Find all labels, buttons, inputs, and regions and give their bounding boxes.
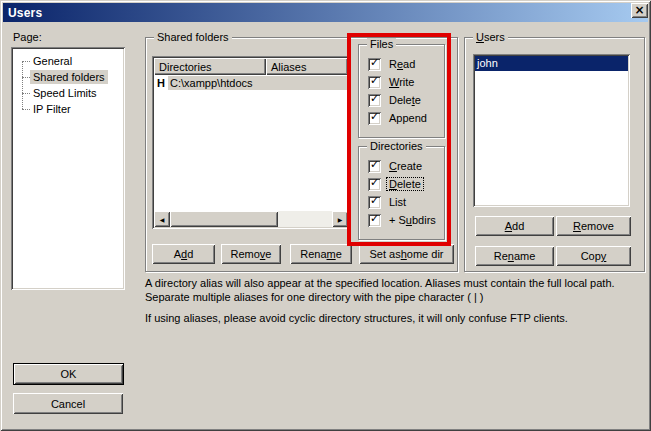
user-list-item-john[interactable]: john: [475, 56, 628, 71]
checkbox-box[interactable]: ✓: [368, 214, 381, 227]
title-bar: Users: [3, 3, 648, 22]
alias-description-line2: If using aliases, please avoid cyclic di…: [145, 311, 650, 325]
sidebar-item-label: IP Filter: [30, 102, 74, 116]
users-dialog: Users × Page: General Shared folders Spe…: [0, 0, 651, 431]
rename-user-button[interactable]: Rename: [475, 246, 554, 266]
checkbox-label: Create: [387, 160, 424, 172]
window-title: Users: [8, 6, 42, 20]
ok-button[interactable]: OK: [13, 363, 124, 385]
checkbox-delete-dir[interactable]: ✓ Delete: [368, 177, 423, 191]
sidebar-item-label: Speed Limits: [30, 86, 100, 100]
checkmark-icon: ✓: [370, 212, 379, 226]
scrollbar-track[interactable]: [278, 211, 332, 227]
tree-connector: [22, 61, 30, 62]
directories-listview: Directories Aliases H C:\xampp\htdocs ◀ …: [152, 56, 350, 229]
checkbox-label: Read: [387, 58, 417, 70]
checkbox-label: + Subdirs: [387, 214, 438, 226]
add-user-button[interactable]: Add: [475, 216, 554, 236]
scroll-left-button[interactable]: ◀: [154, 211, 170, 227]
users-group: Users john Add Remove Rename Copy: [464, 37, 645, 272]
scroll-left-icon: ◀: [160, 216, 165, 223]
tree-connector: [22, 77, 30, 78]
checkmark-icon: ✓: [370, 194, 379, 208]
cancel-button[interactable]: Cancel: [13, 393, 123, 414]
remove-folder-button[interactable]: Remove: [221, 244, 281, 264]
column-header-label: Aliases: [271, 61, 306, 73]
checkbox-box[interactable]: ✓: [368, 178, 381, 191]
scroll-right-icon: ▶: [338, 216, 343, 223]
add-folder-button[interactable]: Add: [152, 244, 215, 264]
checkbox-append[interactable]: ✓ Append: [368, 111, 429, 125]
checkbox-label: Write: [387, 76, 416, 88]
set-as-home-dir-button[interactable]: Set as home dir: [359, 244, 454, 264]
shared-folders-group-label: Shared folders: [154, 31, 232, 44]
page-tree: General Shared folders Speed Limits IP F…: [15, 53, 121, 117]
horizontal-scrollbar[interactable]: ◀ ▶: [154, 211, 348, 227]
column-header-aliases[interactable]: Aliases: [266, 58, 348, 75]
directories-permissions-group: Directories ✓ Create ✓ Delete ✓ List ✓ +…: [358, 146, 445, 240]
column-header-directories[interactable]: Directories: [154, 58, 266, 75]
checkbox-label: List: [387, 196, 408, 208]
alias-description-line1: A directory alias will also appear at th…: [145, 276, 650, 304]
tree-connector: [22, 109, 30, 110]
directory-row[interactable]: H C:\xampp\htdocs: [154, 75, 348, 90]
copy-user-button[interactable]: Copy: [556, 246, 631, 266]
checkbox-label: Delete: [387, 94, 423, 106]
checkbox-label: Append: [387, 112, 429, 124]
sidebar-item-speed-limits[interactable]: Speed Limits: [15, 85, 121, 101]
checkbox-label: Delete: [387, 178, 423, 190]
remove-user-button[interactable]: Remove: [556, 216, 631, 236]
checkbox-subdirs[interactable]: ✓ + Subdirs: [368, 213, 438, 227]
users-group-label: Users: [473, 31, 508, 44]
page-panel-label: Page:: [13, 31, 42, 43]
user-name: john: [477, 57, 498, 69]
checkbox-box[interactable]: ✓: [368, 94, 381, 107]
directories-group-label: Directories: [367, 140, 426, 153]
checkbox-box[interactable]: ✓: [368, 196, 381, 209]
checkmark-icon: ✓: [370, 56, 379, 70]
users-list: john: [473, 54, 630, 207]
tree-connector: [22, 93, 30, 94]
checkbox-box[interactable]: ✓: [368, 112, 381, 125]
page-list: General Shared folders Speed Limits IP F…: [11, 47, 125, 290]
sidebar-item-general[interactable]: General: [15, 53, 121, 69]
listview-header: Directories Aliases: [154, 58, 348, 75]
checkbox-read[interactable]: ✓ Read: [368, 57, 417, 71]
checkbox-box[interactable]: ✓: [368, 160, 381, 173]
checkbox-write[interactable]: ✓ Write: [368, 75, 416, 89]
checkmark-icon: ✓: [370, 158, 379, 172]
close-icon: ×: [634, 4, 644, 16]
column-header-label: Directories: [159, 61, 212, 73]
alias-description: A directory alias will also appear at th…: [145, 276, 650, 325]
sidebar-item-shared-folders[interactable]: Shared folders: [15, 69, 121, 85]
rename-folder-button[interactable]: Rename: [290, 244, 352, 264]
checkmark-icon: ✓: [370, 92, 379, 106]
checkbox-box[interactable]: ✓: [368, 58, 381, 71]
files-permissions-group: Files ✓ Read ✓ Write ✓ Delete ✓ Append: [358, 44, 445, 138]
sidebar-item-label: Shared folders: [30, 70, 108, 84]
close-button[interactable]: ×: [631, 3, 648, 18]
checkbox-list[interactable]: ✓ List: [368, 195, 408, 209]
files-group-label: Files: [367, 38, 396, 51]
checkmark-icon: ✓: [370, 74, 379, 88]
sidebar-item-ip-filter[interactable]: IP Filter: [15, 101, 121, 117]
sidebar-item-label: General: [30, 54, 75, 68]
checkbox-create[interactable]: ✓ Create: [368, 159, 424, 173]
scrollbar-thumb[interactable]: [170, 211, 278, 227]
checkmark-icon: ✓: [370, 110, 379, 124]
directory-path: C:\xampp\htdocs: [168, 76, 348, 90]
scroll-right-button[interactable]: ▶: [332, 211, 348, 227]
checkmark-icon: ✓: [370, 176, 379, 190]
home-dir-flag: H: [154, 77, 168, 89]
checkbox-box[interactable]: ✓: [368, 76, 381, 89]
checkbox-delete-file[interactable]: ✓ Delete: [368, 93, 423, 107]
